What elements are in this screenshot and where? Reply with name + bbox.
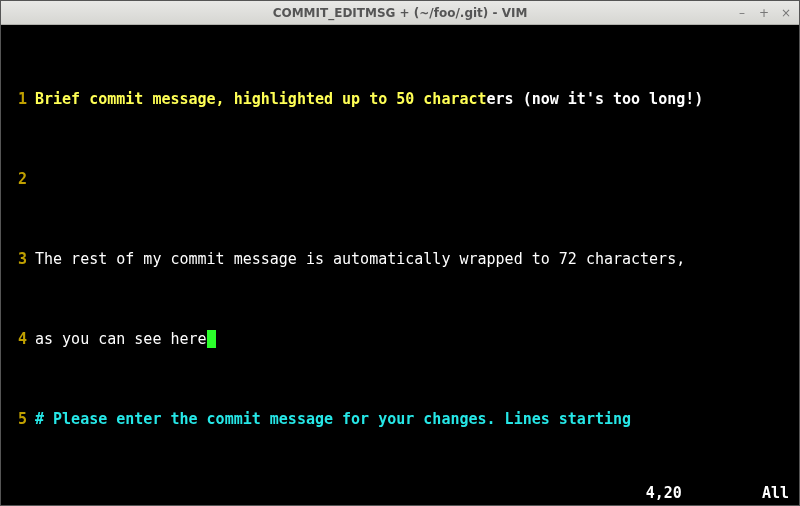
comment-line: # Please enter the commit message for yo… xyxy=(35,409,793,429)
cursor-position: 4,20 xyxy=(646,484,682,502)
line-5[interactable]: 5 # Please enter the commit message for … xyxy=(7,409,793,429)
scroll-indicator: All xyxy=(762,484,789,502)
vim-window: COMMIT_EDITMSG + (~/foo/.git) - VIM – + … xyxy=(0,0,800,506)
editor-area[interactable]: 1 Brief commit message, highlighted up t… xyxy=(1,25,799,485)
line-number: 4 xyxy=(7,329,35,349)
cursor xyxy=(207,330,216,348)
maximize-button[interactable]: + xyxy=(757,6,771,20)
window-controls: – + × xyxy=(735,1,793,24)
commit-subject-ok: Brief commit message, highlighted up to … xyxy=(35,90,487,108)
vim-status-bar: 4,20 All xyxy=(1,485,799,505)
commit-body-line: as you can see here xyxy=(35,330,207,348)
line-2[interactable]: 2 xyxy=(7,169,793,189)
close-button[interactable]: × xyxy=(779,6,793,20)
line-number: 5 xyxy=(7,409,35,429)
line-number: 1 xyxy=(7,89,35,109)
commit-subject-overflow: ers (now it's too long!) xyxy=(487,90,704,108)
line-3[interactable]: 3 The rest of my commit message is autom… xyxy=(7,249,793,269)
line-number: 2 xyxy=(7,169,35,189)
commit-body-line: The rest of my commit message is automat… xyxy=(35,249,793,269)
line-1[interactable]: 1 Brief commit message, highlighted up t… xyxy=(7,89,793,109)
window-title: COMMIT_EDITMSG + (~/foo/.git) - VIM xyxy=(1,6,799,20)
line-number: 3 xyxy=(7,249,35,269)
minimize-button[interactable]: – xyxy=(735,6,749,20)
window-titlebar: COMMIT_EDITMSG + (~/foo/.git) - VIM – + … xyxy=(1,1,799,25)
line-4[interactable]: 4 as you can see here xyxy=(7,329,793,349)
